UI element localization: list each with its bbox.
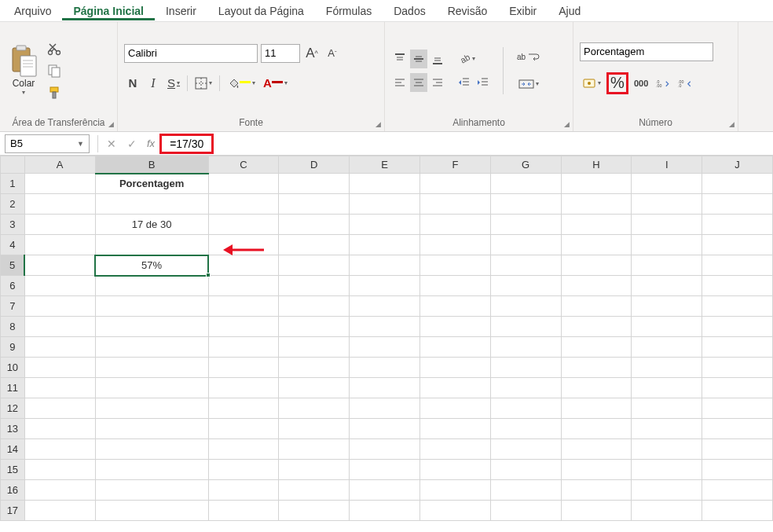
cell-B5[interactable]: 57% <box>95 255 208 276</box>
cell-C10[interactable] <box>208 358 279 378</box>
cell-F10[interactable] <box>419 358 490 378</box>
col-header-H[interactable]: H <box>561 156 632 174</box>
cell-D6[interactable] <box>279 276 350 296</box>
cell-H11[interactable] <box>561 378 632 398</box>
bold-button[interactable]: N <box>124 74 141 93</box>
cell-F15[interactable] <box>419 460 490 480</box>
cell-A15[interactable] <box>24 460 95 480</box>
italic-button[interactable]: I <box>145 74 162 93</box>
row-header-14[interactable]: 14 <box>1 439 25 460</box>
cell-D15[interactable] <box>279 460 350 480</box>
cell-G5[interactable] <box>490 255 561 276</box>
cell-E7[interactable] <box>350 296 420 317</box>
row-header-6[interactable]: 6 <box>1 276 25 296</box>
cell-B4[interactable] <box>95 235 208 255</box>
decrease-indent-button[interactable] <box>456 73 473 92</box>
formula-input[interactable]: =17/30 <box>159 134 773 154</box>
cell-E14[interactable] <box>350 439 420 460</box>
cell-D5[interactable] <box>279 255 350 276</box>
format-painter-button[interactable] <box>46 84 63 101</box>
cell-D17[interactable] <box>279 501 350 521</box>
cell-E2[interactable] <box>350 194 420 215</box>
cell-B16[interactable] <box>95 480 208 501</box>
cell-I7[interactable] <box>632 296 702 317</box>
cell-F1[interactable] <box>419 174 490 194</box>
cell-J5[interactable] <box>702 255 773 276</box>
cell-G13[interactable] <box>490 419 561 439</box>
select-all-corner[interactable] <box>1 156 25 174</box>
row-header-12[interactable]: 12 <box>1 398 25 419</box>
cell-I6[interactable] <box>632 276 702 296</box>
cell-H13[interactable] <box>561 419 632 439</box>
menu-ajuda[interactable]: Ajud <box>548 2 592 20</box>
cell-F13[interactable] <box>419 419 490 439</box>
cell-E5[interactable] <box>350 255 420 276</box>
cell-E12[interactable] <box>350 398 420 419</box>
cell-F7[interactable] <box>419 296 490 317</box>
cell-F12[interactable] <box>419 398 490 419</box>
cell-I10[interactable] <box>632 358 702 378</box>
cut-button[interactable] <box>46 40 63 57</box>
decrease-decimal-button[interactable]: .00.0 <box>676 74 694 93</box>
cell-B9[interactable] <box>95 337 208 358</box>
cell-E8[interactable] <box>350 317 420 337</box>
cell-B11[interactable] <box>95 378 208 398</box>
cell-A11[interactable] <box>24 378 95 398</box>
cell-D10[interactable] <box>279 358 350 378</box>
underline-button[interactable]: S <box>165 74 182 93</box>
cell-J10[interactable] <box>702 358 773 378</box>
cell-B6[interactable] <box>95 276 208 296</box>
cell-I8[interactable] <box>632 317 702 337</box>
font-name-select[interactable] <box>124 44 258 63</box>
cell-C4[interactable] <box>208 235 279 255</box>
number-launcher[interactable]: ◢ <box>729 120 735 128</box>
row-header-9[interactable]: 9 <box>1 337 25 358</box>
cell-C13[interactable] <box>208 419 279 439</box>
cell-F4[interactable] <box>419 235 490 255</box>
cell-D4[interactable] <box>279 235 350 255</box>
font-size-select[interactable] <box>261 44 300 63</box>
align-left-button[interactable] <box>391 73 408 92</box>
cell-A1[interactable] <box>24 174 95 194</box>
paste-button[interactable]: Colar ▾ <box>6 42 41 99</box>
cell-H14[interactable] <box>561 439 632 460</box>
cell-H3[interactable] <box>561 215 632 235</box>
cell-I3[interactable] <box>632 215 702 235</box>
menu-arquivo[interactable]: Arquivo <box>3 2 62 20</box>
row-header-15[interactable]: 15 <box>1 460 25 480</box>
cell-A3[interactable] <box>24 215 95 235</box>
cell-D12[interactable] <box>279 398 350 419</box>
cell-G4[interactable] <box>490 235 561 255</box>
menu-exibir[interactable]: Exibir <box>498 2 548 20</box>
cell-I11[interactable] <box>632 378 702 398</box>
cell-A17[interactable] <box>24 501 95 521</box>
cell-B14[interactable] <box>95 439 208 460</box>
increase-indent-button[interactable] <box>474 73 492 92</box>
cell-F5[interactable] <box>419 255 490 276</box>
accounting-format-button[interactable] <box>580 74 603 93</box>
cell-G15[interactable] <box>490 460 561 480</box>
cell-J1[interactable] <box>702 174 773 194</box>
cell-C1[interactable] <box>208 174 279 194</box>
menu-formulas[interactable]: Fórmulas <box>315 2 383 20</box>
increase-font-button[interactable]: A^ <box>303 44 321 63</box>
cell-C3[interactable] <box>208 215 279 235</box>
cell-E11[interactable] <box>350 378 420 398</box>
cell-E3[interactable] <box>350 215 420 235</box>
cell-H12[interactable] <box>561 398 632 419</box>
cell-J12[interactable] <box>702 398 773 419</box>
cell-I14[interactable] <box>632 439 702 460</box>
row-header-2[interactable]: 2 <box>1 194 25 215</box>
cell-G1[interactable] <box>490 174 561 194</box>
name-box[interactable]: B5 ▼ <box>5 134 90 153</box>
cell-A6[interactable] <box>24 276 95 296</box>
cell-H10[interactable] <box>561 358 632 378</box>
row-header-5[interactable]: 5 <box>1 255 25 276</box>
cell-C17[interactable] <box>208 501 279 521</box>
cell-F6[interactable] <box>419 276 490 296</box>
cell-B7[interactable] <box>95 296 208 317</box>
cell-G8[interactable] <box>490 317 561 337</box>
cell-F8[interactable] <box>419 317 490 337</box>
cell-H7[interactable] <box>561 296 632 317</box>
cell-J8[interactable] <box>702 317 773 337</box>
